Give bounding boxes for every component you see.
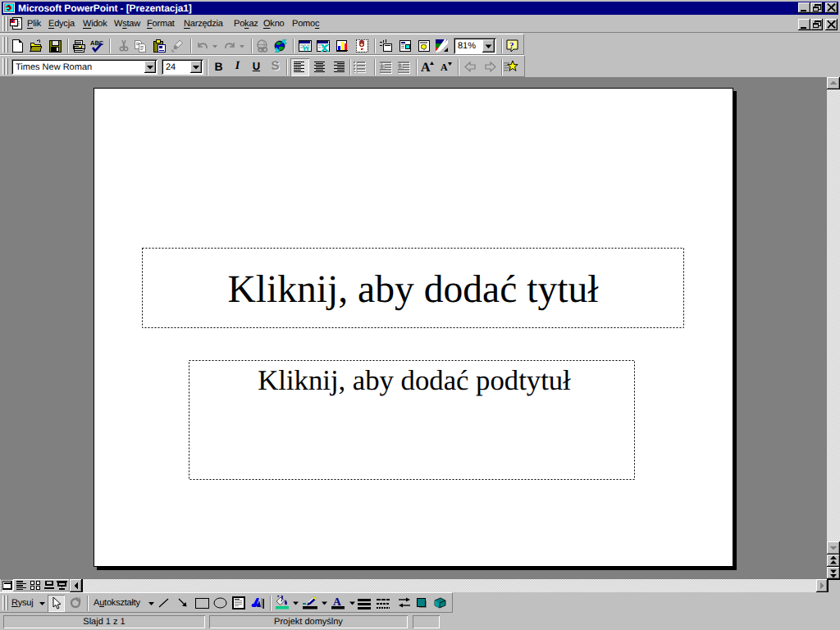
svg-text:?: ? <box>509 41 514 51</box>
svg-text:A: A <box>333 596 341 608</box>
svg-text:W: W <box>302 44 310 52</box>
svg-text:ABC: ABC <box>90 39 103 47</box>
svg-text:A: A <box>441 62 448 73</box>
svg-text:A: A <box>421 61 431 74</box>
